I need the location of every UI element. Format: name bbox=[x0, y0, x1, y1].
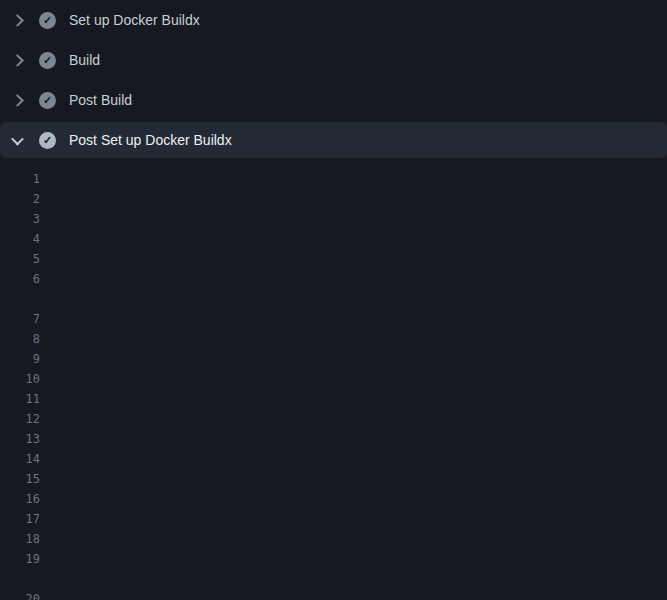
chevron-right-icon[interactable] bbox=[11, 14, 24, 27]
line-number[interactable]: 14 bbox=[0, 449, 40, 469]
line-number[interactable]: 18 bbox=[0, 529, 40, 549]
checkmark-glyph: ✓ bbox=[43, 55, 52, 66]
log-line: 6 time="2021-04-23T18:02:37Z" level=info… bbox=[0, 269, 667, 289]
check-circle-icon: ✓ bbox=[39, 52, 56, 69]
log-line: 1 Post job cleanup. bbox=[0, 169, 667, 189]
log-line: 7 time="2021-04-23T18:02:37Z" level=warn… bbox=[0, 309, 667, 329]
line-number[interactable]: 10 bbox=[0, 369, 40, 389]
line-number[interactable]: 19 bbox=[0, 549, 40, 569]
step-label: Set up Docker Buildx bbox=[69, 12, 200, 28]
step-label: Post Set up Docker Buildx bbox=[69, 132, 232, 148]
line-number[interactable]: 11 bbox=[0, 389, 40, 409]
log-line: 17 time="2021-04-23T18:02:38Z" level=deb… bbox=[0, 509, 667, 529]
log-line: 12 time="2021-04-23T18:02:38Z" level=deb… bbox=[0, 409, 667, 429]
line-number[interactable]: 4 bbox=[0, 229, 40, 249]
line-number[interactable]: 2 bbox=[0, 189, 40, 209]
line-number[interactable]: 16 bbox=[0, 489, 40, 509]
log-line: 11 time="2021-04-23T18:02:38Z" level=deb… bbox=[0, 389, 667, 409]
chevron-right-icon[interactable] bbox=[11, 54, 24, 67]
log-line: 13 time="2021-04-23T18:02:38Z" level=deb… bbox=[0, 429, 667, 449]
step-row[interactable]: ✓ Post Build bbox=[0, 80, 667, 120]
steps-list: ✓ Set up Docker Buildx ✓ Build ✓ Post Bu… bbox=[0, 0, 667, 158]
step-row[interactable]: ✓ Build bbox=[0, 40, 667, 80]
log-line: 10 time="2021-04-23T18:02:37Z" level=inf… bbox=[0, 369, 667, 389]
chevron-right-icon[interactable] bbox=[11, 94, 24, 107]
line-number[interactable]: 12 bbox=[0, 409, 40, 429]
log-line: 5 time="2021-04-23T18:02:37Z" level=warn… bbox=[0, 249, 667, 269]
line-number[interactable]: 8 bbox=[0, 329, 40, 349]
line-number[interactable]: 1 bbox=[0, 169, 40, 189]
step-label: Build bbox=[69, 52, 100, 68]
step-row[interactable]: ✓ Post Set up Docker Buildx bbox=[0, 122, 667, 158]
step-row[interactable]: ✓ Set up Docker Buildx bbox=[0, 0, 667, 40]
log-line: 15 time="2021-04-23T18:02:38Z" level=deb… bbox=[0, 469, 667, 489]
step-label: Post Build bbox=[69, 92, 132, 108]
line-number[interactable]: 15 bbox=[0, 469, 40, 489]
log-line: 20 time="2021-04-23T18:02:38Z" level=deb… bbox=[0, 589, 667, 600]
line-number[interactable]: 7 bbox=[0, 309, 40, 329]
checkmark-glyph: ✓ bbox=[43, 15, 52, 26]
log-line: application/vnd.oci.image.index.v1+json,… bbox=[0, 569, 667, 589]
log-line: 14 time="2021-04-23T18:02:38Z" level=deb… bbox=[0, 449, 667, 469]
check-circle-icon: ✓ bbox=[39, 92, 56, 109]
log-line: 9 time="2021-04-23T18:02:37Z" level=warn… bbox=[0, 349, 667, 369]
line-number[interactable]: 5 bbox=[0, 249, 40, 269]
check-circle-icon: ✓ bbox=[39, 12, 56, 29]
log-line: 8 time="2021-04-23T18:02:37Z" level=info… bbox=[0, 329, 667, 349]
log-line: 18 time="2021-04-23T18:02:38Z" level=deb… bbox=[0, 529, 667, 549]
line-number[interactable]: 13 bbox=[0, 429, 40, 449]
workflow-log-panel: ✓ Set up Docker Buildx ✓ Build ✓ Post Bu… bbox=[0, 0, 667, 600]
log-line: 3 /usr/bin/docker logs buildx_buildkit_b… bbox=[0, 209, 667, 229]
log-line: 19 time="2021-04-23T18:02:38Z" level=deb… bbox=[0, 549, 667, 569]
check-circle-icon: ✓ bbox=[39, 132, 56, 149]
log-line: linux/riscv64 linux/ppc64le linux/s390x … bbox=[0, 289, 667, 309]
log-line: 2 ▼BuildKit container logs bbox=[0, 189, 667, 209]
chevron-down-icon[interactable] bbox=[11, 132, 24, 145]
log-line: 16 time="2021-04-23T18:02:38Z" level=deb… bbox=[0, 489, 667, 509]
checkmark-glyph: ✓ bbox=[43, 135, 52, 146]
line-number[interactable]: 17 bbox=[0, 509, 40, 529]
line-number[interactable]: 3 bbox=[0, 209, 40, 229]
log-viewer: 1 Post job cleanup. 2 ▼BuildKit containe… bbox=[0, 160, 667, 600]
line-number[interactable]: 6 bbox=[0, 269, 40, 289]
log-line: 4 time="2021-04-23T18:02:37Z" level=info… bbox=[0, 229, 667, 249]
line-number[interactable]: 20 bbox=[0, 589, 40, 600]
checkmark-glyph: ✓ bbox=[43, 95, 52, 106]
line-number[interactable]: 9 bbox=[0, 349, 40, 369]
